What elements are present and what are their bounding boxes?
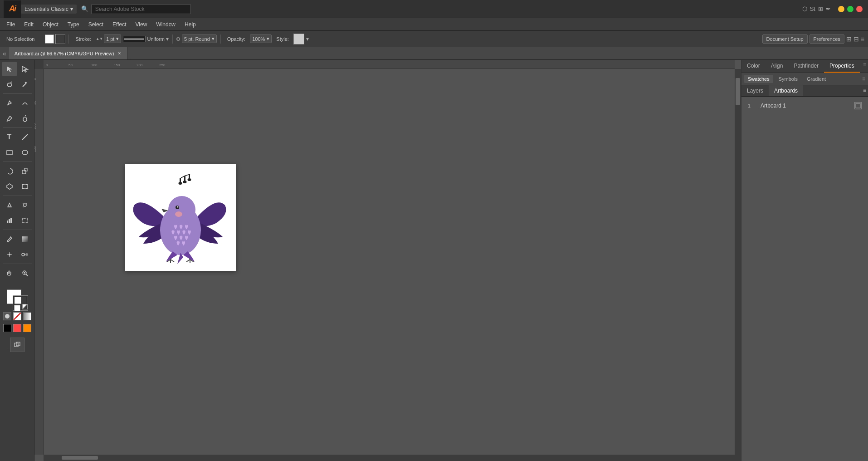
menu-effect[interactable]: Effect xyxy=(108,20,131,29)
pathfinder-tab[interactable]: Pathfinder xyxy=(788,60,824,73)
direct-selection-tool[interactable] xyxy=(18,62,32,76)
separator-2 xyxy=(68,34,69,44)
color-tab[interactable]: Color xyxy=(741,60,766,73)
extension-icon[interactable]: ⬡ xyxy=(802,5,807,12)
menu-edit[interactable]: Edit xyxy=(20,20,38,29)
zoom-tool[interactable] xyxy=(18,266,32,280)
workspace-selector[interactable]: Essentials Classic ▾ xyxy=(21,5,77,14)
column-graph-tool[interactable] xyxy=(2,213,17,228)
artboard-tool[interactable] xyxy=(18,213,32,228)
menu-file[interactable]: File xyxy=(2,20,20,29)
rotate-tool[interactable] xyxy=(2,164,17,178)
scale-tool[interactable] xyxy=(18,164,32,178)
subtab-menu-icon[interactable]: ≡ xyxy=(862,76,865,82)
sections-menu-icon[interactable]: ≡ xyxy=(861,85,868,96)
stock-search-input[interactable] xyxy=(91,4,191,14)
h-scroll-thumb[interactable] xyxy=(62,456,98,460)
fill-color-box[interactable] xyxy=(45,34,54,44)
tool-row-shape xyxy=(2,145,32,160)
rectangle-tool[interactable] xyxy=(2,145,17,160)
duplicate-layer-icon[interactable] xyxy=(10,338,24,352)
ellipse-tool[interactable] xyxy=(18,145,32,160)
menu-help[interactable]: Help xyxy=(180,20,200,29)
pen-tool[interactable] xyxy=(2,96,17,110)
document-setup-button[interactable]: Document Setup xyxy=(762,34,808,44)
perspective-tool[interactable] xyxy=(2,198,17,212)
color-swatch-none[interactable] xyxy=(13,312,21,320)
tab-bar-left-icon[interactable]: « xyxy=(0,50,9,57)
fill-stroke-selector[interactable] xyxy=(7,289,28,310)
svg-point-57 xyxy=(188,178,191,181)
color-mode-icons xyxy=(3,312,31,320)
paintbrush-tool[interactable] xyxy=(2,111,17,126)
menu-view[interactable]: View xyxy=(131,20,152,29)
artboards-tab[interactable]: Artboards xyxy=(769,85,803,96)
stroke-color-box[interactable] xyxy=(56,34,65,44)
artboard-visibility-icon[interactable] xyxy=(854,102,862,109)
horizontal-scrollbar[interactable] xyxy=(44,455,735,461)
orange-swatch[interactable] xyxy=(23,324,31,332)
preferences-button[interactable]: Preferences xyxy=(809,34,844,44)
panel-menu-icon[interactable]: ≡ xyxy=(861,60,868,73)
symbol-spray-tool[interactable] xyxy=(18,198,32,212)
properties-tab[interactable]: Properties xyxy=(824,60,860,73)
menu-select[interactable]: Select xyxy=(84,20,108,29)
toolbar-right: Document Setup Preferences ⊞ ⊟ ≡ xyxy=(762,34,864,44)
shaper-tool[interactable] xyxy=(2,179,17,194)
type-tool[interactable]: T xyxy=(2,130,17,144)
free-transform-tool[interactable] xyxy=(18,179,32,194)
document-tab[interactable]: Artboard.ai @ 66.67% (CMYK/GPU Preview) … xyxy=(9,47,128,59)
menu-window[interactable]: Window xyxy=(151,20,180,29)
tool-row-lasso xyxy=(2,77,32,92)
tab-close-button[interactable]: × xyxy=(117,51,122,56)
stroke-cap-selector[interactable]: 5 pt. Round ▾ xyxy=(182,34,217,43)
stroke-weight-input[interactable]: 1 pt ▾ xyxy=(104,34,121,43)
close-button[interactable] xyxy=(856,6,863,12)
canvas-area[interactable]: 0 50 100 150 200 250 0 50 100 150 xyxy=(34,60,741,461)
red-swatch[interactable] xyxy=(13,324,21,332)
swatches-subtab[interactable]: Swatches xyxy=(744,75,773,83)
panel-options-icon[interactable]: ≡ xyxy=(861,35,864,43)
arrange-icon[interactable]: ⊞ xyxy=(846,35,852,43)
gradient-tool[interactable] xyxy=(18,232,32,246)
style-preview[interactable] xyxy=(293,34,304,44)
magic-wand-tool[interactable] xyxy=(18,77,32,92)
mesh-tool[interactable] xyxy=(2,247,17,262)
artboard-canvas[interactable] xyxy=(125,164,236,271)
v-scroll-thumb[interactable] xyxy=(736,78,740,105)
lasso-tool[interactable] xyxy=(2,77,17,92)
layout-icon[interactable]: ⊞ xyxy=(818,5,823,12)
blob-brush-tool[interactable] xyxy=(18,111,32,126)
reset-colors[interactable] xyxy=(14,305,20,311)
black-swatch[interactable] xyxy=(3,324,11,332)
blend-tool[interactable] xyxy=(18,247,32,262)
opacity-input[interactable]: 100% ▾ xyxy=(250,34,272,43)
tool-sep-1 xyxy=(3,93,32,94)
menu-type[interactable]: Type xyxy=(63,20,84,29)
selection-tool[interactable] xyxy=(2,62,17,76)
maximize-button[interactable] xyxy=(847,6,853,12)
swap-colors-icon[interactable] xyxy=(22,304,28,309)
vertical-scrollbar[interactable] xyxy=(735,69,741,455)
curvature-tool[interactable] xyxy=(18,96,32,110)
layers-tab[interactable]: Layers xyxy=(741,85,769,96)
stock-icon[interactable]: St xyxy=(810,5,815,12)
svg-point-22 xyxy=(26,203,27,204)
title-bar-left: Ai xyxy=(0,0,21,18)
stroke-type-selector[interactable]: Uniform ▾ xyxy=(123,36,169,42)
hand-tool[interactable] xyxy=(2,266,17,280)
eyedropper-tool[interactable] xyxy=(2,232,17,246)
color-swatch-solid[interactable] xyxy=(3,312,11,320)
minimize-button[interactable] xyxy=(838,6,844,12)
pen-tool-icon[interactable]: ✒ xyxy=(826,5,831,12)
symbols-subtab[interactable]: Symbols xyxy=(775,75,801,83)
align-icon[interactable]: ⊟ xyxy=(853,35,859,43)
options-bar: No Selection Stroke: ▲▼ 1 pt ▾ Uniform ▾… xyxy=(0,31,868,47)
color-swatch-gradient[interactable] xyxy=(23,312,31,320)
align-tab[interactable]: Align xyxy=(766,60,789,73)
artboard-row-1[interactable]: 1 Artboard 1 xyxy=(745,100,864,111)
menu-object[interactable]: Object xyxy=(38,20,63,29)
gradient-subtab[interactable]: Gradient xyxy=(803,75,829,83)
line-tool[interactable] xyxy=(18,130,32,144)
svg-text:50: 50 xyxy=(68,63,73,67)
